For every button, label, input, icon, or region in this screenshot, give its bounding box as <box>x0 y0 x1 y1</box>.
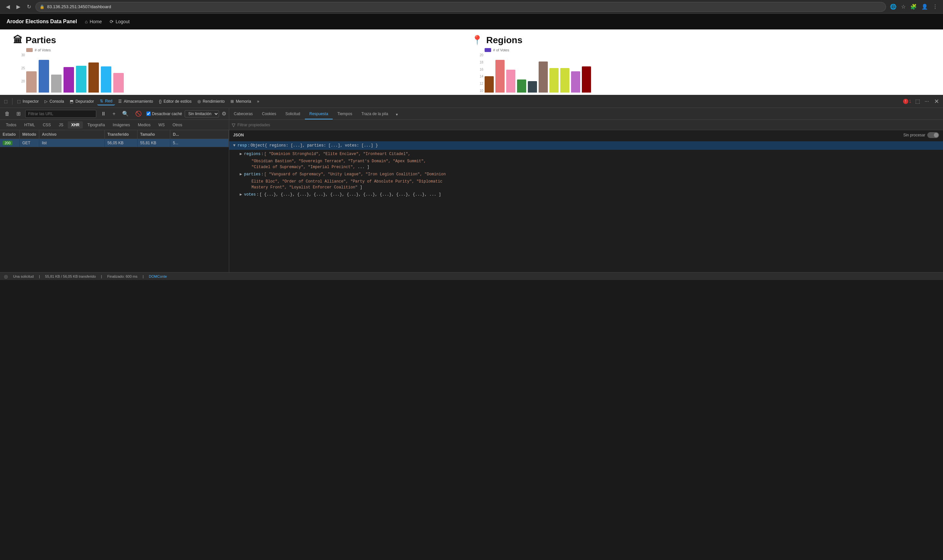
filter-props-input[interactable] <box>238 123 940 127</box>
logout-link[interactable]: ⟳ Logout <box>110 19 130 24</box>
error-icon: ! <box>905 100 906 103</box>
bar <box>528 81 537 92</box>
search-network-button[interactable]: 🔍 <box>120 110 131 117</box>
devtools-pick-button[interactable]: ⬚ <box>1 98 10 105</box>
tab-cookies[interactable]: Cookies <box>257 109 281 119</box>
method-cell: GET <box>20 139 39 147</box>
root-expand-icon[interactable]: ▼ <box>233 143 235 149</box>
bar <box>39 60 49 92</box>
json-label: JSON <box>233 133 244 137</box>
star-button[interactable]: ☆ <box>900 2 907 11</box>
type-js[interactable]: JS <box>56 122 66 129</box>
regions-continuation: "Obsidian Bastion", "Sovereign Terrace",… <box>247 158 943 164</box>
devtools-statusbar: ◎ Una solicitud | 55,81 KB / 56,05 KB tr… <box>0 272 943 280</box>
json-parties-row[interactable]: ▶ parties : [ "Vanguard of Supremacy", "… <box>236 170 943 178</box>
translate-button[interactable]: 🌐 <box>889 2 898 11</box>
regions-title: 📍 Regions <box>471 35 930 45</box>
tab-performance[interactable]: ◎ Rendimiento <box>195 98 227 105</box>
bar <box>88 63 99 92</box>
tab-headers[interactable]: Cabeceras <box>229 109 257 119</box>
block-button[interactable]: 🚫 <box>133 110 144 117</box>
finalized-info: Finalizado: 600 ms <box>107 274 137 278</box>
tab-stack-trace[interactable]: Traza de la pila <box>357 109 393 119</box>
app-navbar: Arodor Elections Data Panel ⌂ Home ⟳ Log… <box>0 14 943 29</box>
regions-value: [ "Dominion Stronghold", "Elite Enclave"… <box>264 151 411 157</box>
type-all[interactable]: Todos <box>3 122 20 129</box>
devtools: ⬚ ⬚ Inspector ▷ Consola ⬒ Depurador ⇅ Re… <box>0 95 943 280</box>
pause-button[interactable]: ⏸ <box>99 110 108 117</box>
inspector-icon: ⬚ <box>17 99 21 104</box>
forward-button[interactable]: ▶ <box>14 3 22 11</box>
network-icon: ⇅ <box>100 99 103 103</box>
header-status: Estado <box>0 130 20 139</box>
tab-debugger[interactable]: ⬒ Depurador <box>67 98 97 105</box>
regions-expand-icon[interactable]: ▶ <box>240 151 242 157</box>
type-ws[interactable]: WS <box>155 122 168 129</box>
json-root-row[interactable]: ▼ resp : Object { regions: [...], partie… <box>229 141 943 150</box>
tab-request[interactable]: Solicitud <box>281 109 304 119</box>
url-filter-input[interactable] <box>25 110 96 118</box>
status-cell: 200 <box>0 139 20 147</box>
gear-button[interactable]: ⚙ <box>222 111 226 117</box>
type-css[interactable]: CSS <box>40 122 54 129</box>
votes-expand-icon[interactable]: ▶ <box>240 192 242 198</box>
tab-storage[interactable]: ☰ Almacenamiento <box>116 98 156 105</box>
tab-style-editor[interactable]: {} Editor de estilos <box>156 98 194 105</box>
bar <box>517 80 526 92</box>
json-votes-row[interactable]: ▶ votes : [ {...}, {...}, {...}, {...}, … <box>236 190 943 199</box>
tab-chevron-down[interactable]: ▾ <box>393 109 401 119</box>
profile-button[interactable]: 👤 <box>920 2 929 11</box>
storage-icon: ☰ <box>118 99 122 104</box>
regions-continuation2: "Citadel of Supremacy", "Imperial Precin… <box>247 164 943 170</box>
type-media[interactable]: Medios <box>134 122 154 129</box>
logout-icon: ⟳ <box>110 19 114 24</box>
tab-console[interactable]: ▷ Consola <box>42 98 66 105</box>
dock-button[interactable]: ⬚ <box>913 97 922 105</box>
filter-props-icon: ▽ <box>232 122 235 128</box>
home-link[interactable]: ⌂ Home <box>85 19 102 24</box>
app-title: Arodor Elections Data Panel <box>6 18 77 25</box>
tab-network[interactable]: ⇅ Red <box>97 97 115 105</box>
table-row[interactable]: 200 GET list 56,05 KB 55,81 KB 5... <box>0 139 229 147</box>
filter-props-bar: ▽ <box>229 120 943 130</box>
json-regions-row[interactable]: ▶ regions : [ "Dominion Stronghold", "El… <box>236 150 943 158</box>
parties-continuation2: Mastery Front", "Loyalist Enforcer Coali… <box>247 185 943 190</box>
tab-inspector[interactable]: ⬚ Inspector <box>14 98 41 105</box>
header-domain: D... <box>170 130 229 139</box>
tab-memory[interactable]: ⊞ Memoria <box>228 98 254 105</box>
throttle-select[interactable]: Sin limitación <box>185 110 219 117</box>
tab-response[interactable]: Respuesta <box>305 109 333 119</box>
network-filter-bar: 🗑 ⊞ ⏸ + 🔍 🚫 Desactivar caché Sin limitac… <box>0 108 229 120</box>
bar <box>26 71 37 92</box>
type-xhr[interactable]: XHR <box>68 122 82 129</box>
error-count: 1 <box>909 99 911 104</box>
address-bar[interactable]: 🔒 83.136.253.251:34507/dashboard <box>35 2 886 12</box>
cache-checkbox-label[interactable]: Desactivar caché <box>147 112 182 116</box>
tab-more-button[interactable]: » <box>255 98 262 105</box>
cache-checkbox-input[interactable] <box>147 112 151 116</box>
extensions-button[interactable]: 🧩 <box>909 2 918 11</box>
type-typography[interactable]: Tipografía <box>84 122 108 129</box>
bar <box>506 70 515 92</box>
raw-toggle[interactable] <box>927 132 939 138</box>
filter-icon-button[interactable]: ⊞ <box>14 110 23 117</box>
domcontent-link[interactable]: DOMConte <box>149 274 167 278</box>
type-others[interactable]: Otros <box>169 122 185 129</box>
lock-icon: 🔒 <box>40 5 45 9</box>
parties-expand-icon[interactable]: ▶ <box>240 171 242 177</box>
tab-timings[interactable]: Tiempos <box>333 109 357 119</box>
more-menu-button[interactable]: ··· <box>923 98 931 105</box>
refresh-button[interactable]: ↻ <box>25 3 33 11</box>
add-filter-button[interactable]: + <box>111 110 117 117</box>
clear-network-button[interactable]: 🗑 <box>3 110 12 117</box>
request-count: Una solicitud <box>13 274 34 278</box>
type-images[interactable]: Imágenes <box>110 122 133 129</box>
network-panel: 🗑 ⊞ ⏸ + 🔍 🚫 Desactivar caché Sin limitac… <box>0 108 229 272</box>
close-devtools-button[interactable]: ✕ <box>932 97 942 106</box>
menu-button[interactable]: ⋮ <box>931 2 939 11</box>
network-type-filters: Todos HTML CSS JS XHR Tipografía Imágene… <box>0 120 229 130</box>
back-button[interactable]: ◀ <box>4 3 12 11</box>
bar <box>560 68 570 92</box>
network-table-header: Estado Método Archivo Transferido Tamaño… <box>0 130 229 139</box>
type-html[interactable]: HTML <box>21 122 38 129</box>
